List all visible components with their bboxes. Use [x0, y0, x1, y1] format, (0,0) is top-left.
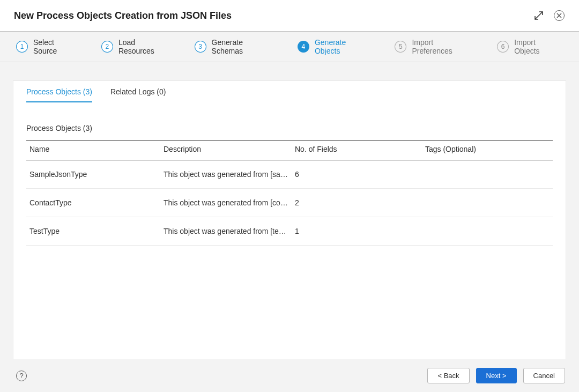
- column-header-name[interactable]: Name: [26, 140, 160, 160]
- cell-description: This object was generated from [contact.…: [160, 189, 292, 217]
- step-label: Import Objects: [514, 38, 563, 55]
- step-import-objects[interactable]: 6 Import Objects: [497, 38, 563, 55]
- column-header-description[interactable]: Description: [160, 140, 292, 160]
- column-header-fields[interactable]: No. of Fields: [292, 140, 422, 160]
- cell-tags: [422, 217, 553, 246]
- dialog-footer: ? < Back Next > Cancel: [0, 359, 579, 392]
- cell-name: TestType: [26, 217, 160, 246]
- cell-description: This object was generated from [testTyp.…: [160, 217, 292, 246]
- process-objects-table: Name Description No. of Fields Tags (Opt…: [26, 140, 553, 246]
- main-panel: Process Objects (3) Related Logs (0) Pro…: [13, 80, 566, 359]
- table-row[interactable]: SampleJsonType This object was generated…: [26, 160, 553, 189]
- step-label: Generate Objects: [315, 38, 374, 55]
- step-number: 1: [16, 41, 28, 53]
- footer-buttons: < Back Next > Cancel: [427, 368, 565, 383]
- cell-name: ContactType: [26, 189, 160, 217]
- cell-tags: [422, 160, 553, 189]
- step-label: Import Preferences: [412, 38, 476, 55]
- next-button[interactable]: Next >: [476, 368, 517, 383]
- cell-fields: 6: [292, 160, 422, 189]
- step-load-resources[interactable]: 2 Load Resources: [101, 38, 173, 55]
- table-row[interactable]: ContactType This object was generated fr…: [26, 189, 553, 217]
- expand-icon[interactable]: [533, 10, 545, 21]
- table-row[interactable]: TestType This object was generated from …: [26, 217, 553, 246]
- cell-tags: [422, 189, 553, 217]
- cell-name: SampleJsonType: [26, 160, 160, 189]
- step-generate-objects[interactable]: 4 Generate Objects: [298, 38, 373, 55]
- dialog-title: New Process Objects Creation from JSON F…: [14, 10, 232, 21]
- tab-process-objects[interactable]: Process Objects (3): [26, 87, 92, 102]
- step-number: 5: [395, 41, 406, 53]
- step-select-source[interactable]: 1 Select Source: [16, 38, 80, 55]
- step-generate-schemas[interactable]: 3 Generate Schemas: [195, 38, 276, 55]
- cell-description: This object was generated from [sample..…: [160, 160, 292, 189]
- back-button[interactable]: < Back: [427, 368, 469, 383]
- panel-tabs: Process Objects (3) Related Logs (0): [13, 81, 566, 102]
- step-number: 3: [195, 41, 206, 53]
- section-title: Process Objects (3): [13, 102, 566, 140]
- column-header-tags[interactable]: Tags (Optional): [422, 140, 553, 160]
- help-icon[interactable]: ?: [16, 371, 27, 381]
- wizard-stepper: 1 Select Source 2 Load Resources 3 Gener…: [0, 32, 579, 62]
- step-number: 2: [101, 41, 113, 53]
- dialog-header: New Process Objects Creation from JSON F…: [0, 0, 579, 32]
- step-label: Select Source: [33, 38, 80, 55]
- step-number: 6: [497, 41, 509, 53]
- cancel-button[interactable]: Cancel: [523, 368, 565, 383]
- tab-related-logs[interactable]: Related Logs (0): [110, 87, 166, 102]
- cell-fields: 1: [292, 217, 422, 246]
- step-number: 4: [298, 41, 309, 53]
- cell-fields: 2: [292, 189, 422, 217]
- close-icon[interactable]: [553, 10, 565, 21]
- content-area: Process Objects (3) Related Logs (0) Pro…: [0, 62, 579, 359]
- step-label: Generate Schemas: [212, 38, 276, 55]
- header-icons: [533, 10, 565, 21]
- step-label: Load Resources: [118, 38, 173, 55]
- step-import-preferences[interactable]: 5 Import Preferences: [395, 38, 476, 55]
